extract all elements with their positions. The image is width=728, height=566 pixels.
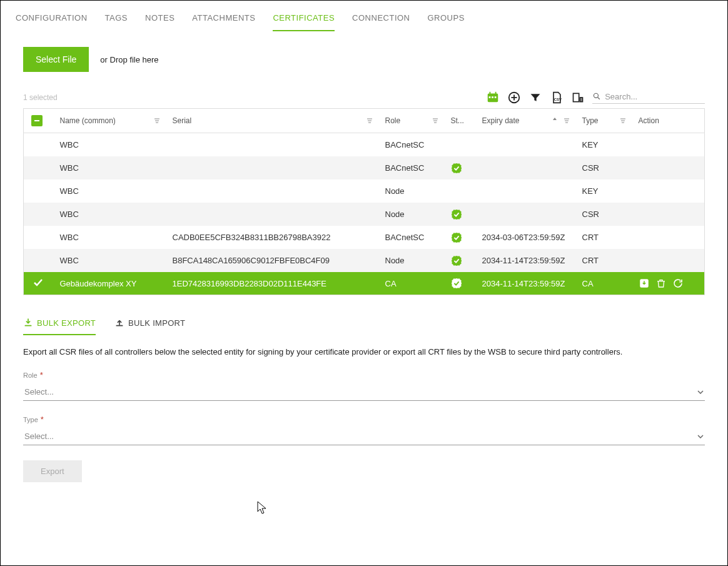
tab-connection[interactable]: CONNECTION [352,8,410,31]
status-ok-icon [451,278,462,289]
svg-line-16 [598,98,600,99]
cell-action [631,179,705,203]
row-check-empty[interactable] [33,184,44,196]
cell-serial [165,179,378,203]
cell-name: Gebäudekomplex XY [53,272,165,295]
drop-hint: or Drop file here [100,55,158,64]
sort-expiry-icon[interactable] [552,118,557,124]
row-check-empty[interactable] [33,161,44,173]
cell-expiry: 2034-11-14T23:59:59Z [475,272,575,295]
cell-type: KEY [575,179,631,203]
cell-name: WBC [53,179,165,203]
col-status[interactable]: St... [451,116,464,125]
tab-configuration[interactable]: CONFIGURATION [16,8,88,31]
row-check-empty[interactable] [33,254,44,265]
status-ok-icon [451,255,462,266]
columns-icon[interactable] [571,91,585,104]
cell-action [631,156,705,179]
bulk-export-tab[interactable]: BULK EXPORT [23,313,96,335]
table-row[interactable]: Gebäudekomplex XY1ED7428316993DB2283D02D… [24,272,705,295]
cell-action [631,203,705,226]
refresh-row-icon[interactable] [672,278,684,289]
role-select[interactable]: Select... [23,382,705,401]
cell-expiry [475,203,575,226]
col-expiry[interactable]: Expiry date [482,116,520,125]
tab-tags[interactable]: TAGS [105,8,128,31]
cell-expiry [475,179,575,203]
export-button[interactable]: Export [23,460,82,482]
cell-serial: 1ED7428316993DB2283D02D111E443FE [165,272,378,295]
type-label: Type [23,416,38,423]
search-field[interactable] [592,91,705,104]
col-serial[interactable]: Serial [173,116,192,125]
bulk-tabs: BULK EXPORT BULK IMPORT [23,313,705,336]
row-check-empty[interactable] [33,208,44,219]
row-check-empty[interactable] [33,231,44,242]
cell-role: BACnetSC [378,226,443,249]
tab-attachments[interactable]: ATTACHMENTS [192,8,255,31]
select-all-checkbox[interactable] [31,115,43,126]
row-check-empty[interactable] [33,138,44,149]
cell-type: CA [575,272,631,295]
cell-role: BACnetSC [378,133,443,157]
svg-rect-5 [495,92,497,95]
bulk-import-label: BULK IMPORT [128,318,185,328]
cell-serial [165,133,378,157]
row-check-icon[interactable] [33,277,44,288]
status-ok-icon [451,209,462,220]
bulk-export-label: BULK EXPORT [37,318,96,328]
cell-role: CA [378,272,443,295]
cell-status [443,156,475,179]
tab-notes[interactable]: NOTES [145,8,174,31]
table-row[interactable]: WBCNodeCSR [24,203,705,226]
table-row[interactable]: WBCBACnetSCCSR [24,156,705,179]
bulk-import-tab[interactable]: BULK IMPORT [114,313,185,335]
svg-text:CSV: CSV [554,98,562,101]
chevron-down-icon [697,435,704,438]
cell-type: KEY [575,133,631,157]
select-file-button[interactable]: Select File [23,47,89,72]
document-csv-icon[interactable]: CSV [550,91,564,104]
table-row[interactable]: WBCNodeKEY [24,179,705,203]
filter-expiry-icon[interactable] [564,118,570,124]
selection-count: 1 selected [23,93,58,102]
tab-groups[interactable]: GROUPS [428,8,465,31]
type-select-placeholder: Select... [24,432,54,441]
search-icon [592,91,601,101]
cell-action [631,272,705,295]
filter-type-icon[interactable] [620,118,626,124]
cell-status [443,203,475,226]
filter-name-icon[interactable] [154,118,160,124]
svg-rect-1 [489,96,491,98]
delete-row-icon[interactable] [656,278,666,289]
cell-name: WBC [53,133,165,157]
download-row-icon[interactable] [639,278,650,289]
svg-rect-4 [490,92,491,95]
svg-rect-10 [574,93,579,101]
cell-type: CSR [575,203,631,226]
filter-icon[interactable] [528,91,542,104]
table-row[interactable]: WBCCADB0EE5CFB324B8311BB26798BA3922BACne… [24,226,705,249]
col-role[interactable]: Role [385,116,401,125]
svg-point-15 [594,93,598,98]
table-toolbar: CSV [486,91,705,104]
tab-certificates[interactable]: CERTIFICATES [273,8,335,31]
table-row[interactable]: WBCBACnetSCKEY [24,133,705,157]
cell-status [443,226,475,249]
cell-expiry: 2034-11-14T23:59:59Z [475,249,575,272]
cell-role: Node [378,179,443,203]
col-type[interactable]: Type [582,116,599,125]
download-icon [23,318,33,328]
status-ok-icon [451,232,462,243]
table-row[interactable]: WBCB8FCA148CA165906C9012FBFE0BC4F09Node2… [24,249,705,272]
cell-role: Node [378,203,443,226]
type-select[interactable]: Select... [23,427,705,445]
filter-role-icon[interactable] [432,118,438,124]
search-input[interactable] [605,92,705,101]
cell-name: WBC [53,249,165,272]
svg-rect-2 [492,96,493,98]
add-icon[interactable] [507,91,521,104]
col-name[interactable]: Name (common) [60,116,116,125]
filter-serial-icon[interactable] [367,118,373,124]
calendar-grid-icon[interactable] [486,91,500,104]
